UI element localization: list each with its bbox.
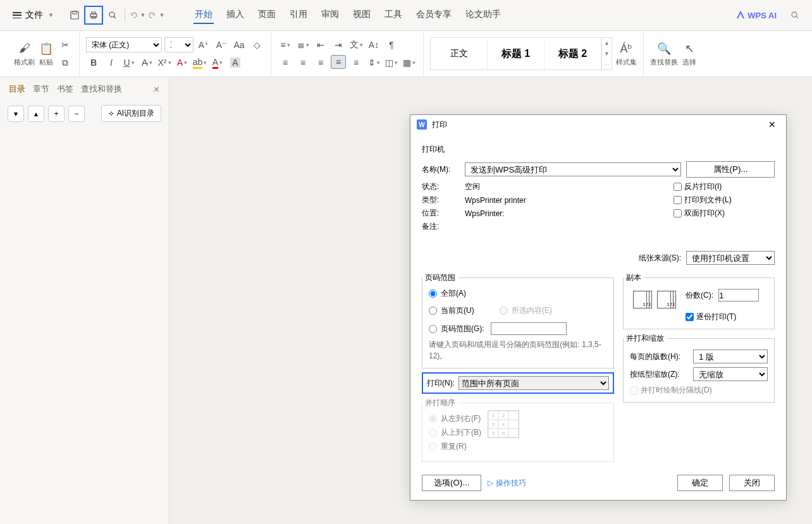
show-marks-button[interactable]: ¶ bbox=[384, 37, 399, 52]
collapse-button[interactable]: ▾ bbox=[8, 106, 24, 122]
outdent-button[interactable]: ⇤ bbox=[313, 37, 328, 52]
borders-button[interactable]: ▦▾ bbox=[402, 55, 417, 70]
tab-view[interactable]: 视图 bbox=[352, 6, 372, 24]
grow-font-button[interactable]: A⁺ bbox=[196, 37, 211, 52]
range-selection-radio: 所选内容(E) bbox=[500, 305, 552, 316]
tab-start[interactable]: 开始 bbox=[194, 6, 214, 24]
text-direction-button[interactable]: 文▾ bbox=[348, 37, 364, 52]
highlight-button[interactable]: ab▾ bbox=[192, 55, 207, 70]
nav-tab-find[interactable]: 查找和替换 bbox=[81, 83, 122, 95]
shading-para-button[interactable]: ◫▾ bbox=[384, 55, 399, 70]
font-color-button[interactable]: A▾ bbox=[210, 55, 225, 70]
select-button[interactable]: ↖选择 bbox=[682, 41, 697, 67]
nav-tab-chapter[interactable]: 章节 bbox=[33, 83, 49, 95]
font-size-select[interactable]: 五号 bbox=[164, 37, 194, 52]
save-button[interactable] bbox=[65, 6, 84, 25]
align-left-button[interactable]: ≡ bbox=[278, 55, 293, 70]
clear-format-button[interactable]: ◇ bbox=[249, 37, 264, 52]
cut-button[interactable]: ✂ bbox=[58, 37, 73, 52]
properties-button[interactable]: 属性(P)... bbox=[686, 161, 775, 178]
ok-button[interactable]: 确定 bbox=[677, 475, 723, 491]
page-range-input[interactable] bbox=[491, 322, 567, 335]
order-preview: 123456 bbox=[488, 410, 519, 438]
printer-name-select[interactable]: 发送到WPS高级打印 bbox=[465, 162, 681, 176]
range-current-radio[interactable]: 当前页(U) bbox=[429, 305, 474, 316]
mirror-checkbox[interactable]: 反片打印(I) bbox=[674, 181, 775, 192]
search-button[interactable] bbox=[785, 6, 804, 25]
copies-input[interactable] bbox=[718, 289, 759, 302]
range-all-radio[interactable]: 全部(A) bbox=[429, 288, 607, 299]
shading-button[interactable]: A bbox=[228, 55, 243, 70]
scale-select[interactable]: 无缩放 bbox=[693, 367, 768, 381]
bullets-button[interactable]: ≡▾ bbox=[278, 37, 293, 52]
align-justify-button[interactable]: ≡ bbox=[331, 55, 346, 69]
text-effects-button[interactable]: A▾ bbox=[175, 55, 190, 70]
cancel-button[interactable]: 关闭 bbox=[729, 475, 775, 491]
copy-button[interactable]: ⧉ bbox=[58, 55, 73, 70]
style-h1[interactable]: 标题 1 bbox=[488, 38, 544, 70]
svg-rect-1 bbox=[73, 11, 77, 14]
paper-source-select[interactable]: 使用打印机设置 bbox=[686, 251, 775, 265]
order-repeat-radio: 重复(R) bbox=[429, 441, 481, 452]
format-painter-button[interactable]: 🖌格式刷 bbox=[14, 41, 35, 67]
gallery-up-button[interactable]: ▲ bbox=[602, 38, 612, 49]
dialog-close-button[interactable]: ✕ bbox=[765, 118, 780, 131]
file-label: 文件 bbox=[25, 9, 43, 21]
paste-button[interactable]: 📋粘贴 bbox=[39, 41, 54, 67]
style-set-button[interactable]: Áᵇ样式集 bbox=[616, 41, 637, 67]
superscript-button[interactable]: X²▾ bbox=[157, 55, 172, 70]
nav-tab-toc[interactable]: 目录 bbox=[9, 83, 25, 95]
remove-button[interactable]: − bbox=[68, 106, 85, 122]
distribute-button[interactable]: ≡ bbox=[348, 55, 364, 70]
underline-button[interactable]: U▾ bbox=[121, 55, 137, 70]
numbering-button[interactable]: ≣▾ bbox=[295, 37, 311, 52]
range-pages-radio[interactable]: 页码范围(G): bbox=[429, 322, 607, 335]
tab-reference[interactable]: 引用 bbox=[288, 6, 309, 24]
ai-toc-button[interactable]: ✧AI识别目录 bbox=[101, 105, 161, 122]
pages-per-sheet-select[interactable]: 1 版 bbox=[693, 350, 768, 363]
gallery-down-button[interactable]: ▼ bbox=[602, 49, 612, 59]
strike-button[interactable]: A̶▾ bbox=[139, 55, 154, 70]
copies-label-section: 副本 bbox=[624, 272, 644, 283]
svg-line-8 bbox=[796, 16, 798, 18]
find-replace-button[interactable]: 🔍查找替换 bbox=[650, 41, 678, 67]
style-normal[interactable]: 正文 bbox=[431, 38, 488, 70]
style-h2[interactable]: 标题 2 bbox=[544, 38, 601, 70]
tips-link[interactable]: ▷操作技巧 bbox=[488, 478, 526, 489]
copies-label: 份数(C): bbox=[686, 290, 713, 301]
tab-member[interactable]: 会员专享 bbox=[415, 6, 453, 24]
duplex-checkbox[interactable]: 双面打印(X) bbox=[674, 208, 775, 219]
tab-review[interactable]: 审阅 bbox=[320, 6, 340, 24]
type-value: WpsPrinter printer bbox=[465, 196, 668, 205]
align-right-button[interactable]: ≡ bbox=[313, 55, 328, 70]
wps-ai-button[interactable]: WPS AI bbox=[736, 11, 777, 20]
bold-button[interactable]: B bbox=[86, 55, 101, 70]
to-file-checkbox[interactable]: 打印到文件(L) bbox=[674, 195, 775, 205]
file-menu[interactable]: 文件 ▼ bbox=[8, 7, 59, 23]
add-button[interactable]: + bbox=[48, 106, 65, 122]
indent-button[interactable]: ⇥ bbox=[331, 37, 346, 52]
align-center-button[interactable]: ≡ bbox=[295, 55, 311, 70]
tab-insert[interactable]: 插入 bbox=[225, 6, 245, 24]
nav-close-button[interactable]: ✕ bbox=[153, 85, 160, 94]
search-icon: 🔍 bbox=[656, 41, 672, 56]
tab-tools[interactable]: 工具 bbox=[383, 6, 403, 24]
undo-button[interactable]: ▼ bbox=[128, 6, 147, 25]
tab-thesis[interactable]: 论文助手 bbox=[464, 6, 502, 24]
shrink-font-button[interactable]: A⁻ bbox=[214, 37, 229, 52]
line-spacing-button[interactable]: ⇕▾ bbox=[366, 55, 381, 70]
nav-tab-bookmark[interactable]: 书签 bbox=[57, 83, 73, 95]
tab-page[interactable]: 页面 bbox=[257, 6, 277, 24]
print-what-select[interactable]: 范围中所有页面 bbox=[458, 376, 609, 390]
italic-button[interactable]: I bbox=[104, 55, 119, 70]
print-button[interactable] bbox=[84, 6, 103, 25]
gallery-more-button[interactable]: ⋯ bbox=[602, 59, 612, 70]
options-button[interactable]: 选项(O)... bbox=[422, 475, 481, 491]
align-vertical-button[interactable]: A↕ bbox=[366, 37, 381, 52]
font-name-select[interactable]: 宋体 (正文) bbox=[86, 37, 162, 52]
expand-button[interactable]: ▴ bbox=[28, 106, 44, 122]
collate-checkbox[interactable]: 逐份打印(T) bbox=[686, 312, 759, 322]
redo-button[interactable]: ▼ bbox=[147, 6, 166, 25]
change-case-button[interactable]: Aa bbox=[231, 37, 247, 52]
print-preview-button[interactable] bbox=[103, 6, 122, 25]
